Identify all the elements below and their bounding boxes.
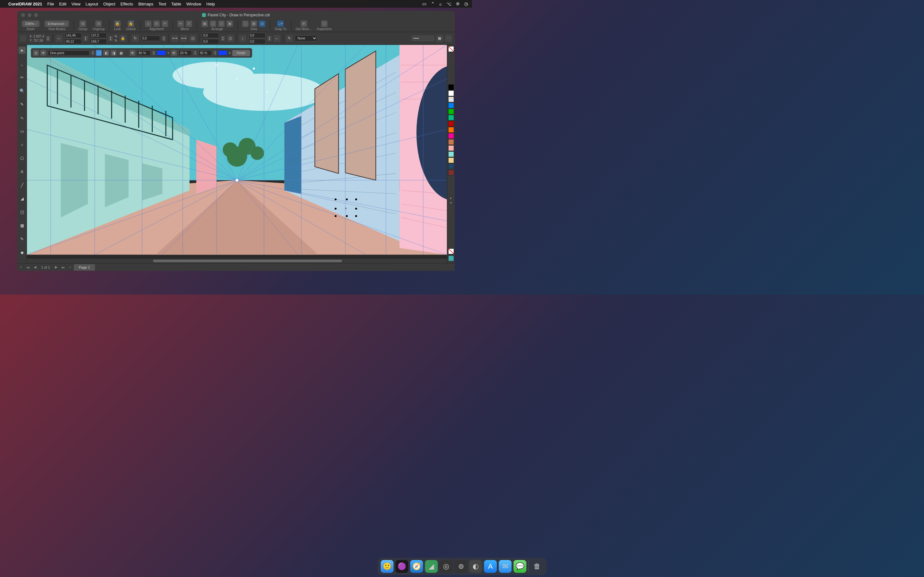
plane-front-icon[interactable]: ▢ [96,50,102,56]
flip-h-icon[interactable]: ⟷ [171,35,178,42]
swatch[interactable] [448,84,454,90]
align-left-icon[interactable]: ≡ [145,21,152,27]
rectangle-tool[interactable]: ▭ [19,127,26,135]
mirror-h-icon[interactable]: ⇔ [178,21,184,27]
skew-spinner[interactable]: ▴▾ [221,36,225,41]
add-page-after-button[interactable]: ＋ [67,265,74,269]
swatch[interactable] [448,103,454,108]
outline-indicator[interactable] [448,255,454,261]
polygon-tool[interactable]: ⬡ [19,155,26,161]
eyedropper-tool[interactable]: ✎ [19,235,26,242]
swatch[interactable] [448,97,454,102]
flip-v-icon[interactable]: ⟷ [180,35,187,42]
mirror-v-icon[interactable]: ⇕ [186,21,192,27]
ungroup-icon[interactable]: ⊟ [95,21,102,27]
add-page-button[interactable]: ＋ [17,265,24,269]
crop-tool[interactable]: ✂ [19,74,26,81]
plane-top-icon[interactable]: ◨ [111,50,116,56]
line-tool[interactable]: ╱ [19,181,26,189]
curve-tool[interactable]: ∿ [19,114,26,121]
swatch[interactable] [448,90,454,96]
menu-window[interactable]: Window [186,2,201,6]
palette-scroll-down-icon[interactable]: ▾ [450,201,452,205]
view-grid-icon[interactable]: ▦ [250,21,257,27]
dropshadow-tool[interactable]: ◢ [19,195,26,202]
plane-side-icon[interactable]: ◧ [103,50,109,56]
rot-spinner[interactable]: ▴▾ [162,36,166,41]
ellipse-tool[interactable]: ○ [19,141,26,148]
menu-layout[interactable]: Layout [86,2,98,6]
sp1-input[interactable] [248,33,266,38]
persp-grid-icon[interactable]: ▦ [118,50,124,56]
menu-view[interactable]: View [71,2,81,6]
menu-file[interactable]: File [47,2,54,6]
opacity1-spinner[interactable]: ▴▾ [152,51,155,55]
origin-grid-icon[interactable] [20,35,26,42]
drawing-canvas[interactable]: × ⊡ 👁 One-point ▴▾ ▢ ◧ ◨ ▦ 👁 ▴▾ [27,45,447,259]
wifi-icon[interactable]: ⌃ [431,1,435,6]
swatch[interactable] [448,127,454,133]
align-more-icon[interactable]: ▾ [162,21,168,27]
opacity2-input[interactable] [178,50,192,56]
scale-spinner[interactable]: ▴▾ [109,36,113,41]
page-tab-1[interactable]: Page 1 [74,264,95,271]
sp2-input[interactable] [248,39,266,44]
corner-icon[interactable]: ⌐ [273,35,280,42]
opacity3-input[interactable] [198,50,212,56]
swatch[interactable] [448,157,454,163]
menu-effects[interactable]: Effects [120,2,133,6]
swatch[interactable] [448,133,454,139]
persp-eye-icon[interactable]: 👁 [40,50,46,56]
swatch[interactable] [448,115,454,121]
unlock-icon[interactable]: 🔓 [128,21,134,27]
next-page-button[interactable]: ▶ [53,265,60,269]
align-center-icon[interactable]: ⊟ [153,21,160,27]
menu-help[interactable]: Help [206,2,215,6]
arrange-back-icon[interactable]: ▣ [226,21,233,27]
menu-text[interactable]: Text [158,2,166,6]
prev-page-button[interactable]: ◀ [31,265,39,269]
opacity1-eye-icon[interactable]: 👁 [129,50,136,56]
first-page-button[interactable]: ⏮ [24,266,31,269]
last-page-button[interactable]: ⏭ [60,266,67,269]
x-value[interactable]: 2.697,4 [33,35,44,38]
lock-ratio-icon[interactable]: 🔒 [120,35,126,42]
persp-type-spinner[interactable]: ▴▾ [91,51,94,55]
transparency-tool[interactable]: ◫ [19,208,26,215]
close-button[interactable] [21,13,25,17]
pick-tool[interactable]: ➤ [19,47,26,54]
menu-edit[interactable]: Edit [59,2,66,6]
viewmode-dropdown[interactable]: Enhanced ‹ [45,21,69,27]
inspectors-icon[interactable]: ⓘ [321,21,328,27]
getmore-icon[interactable]: ⊕ [300,21,307,27]
swatch[interactable] [448,121,454,127]
color1-swatch[interactable] [157,50,166,55]
app-name[interactable]: CorelDRAW 2021 [8,2,42,6]
menu-bitmaps[interactable]: Bitmaps [138,2,153,6]
outline-style[interactable]: ━━━ [412,35,434,41]
wh-spinner[interactable]: ▴▾ [84,36,87,41]
arrange-front-icon[interactable]: ▣ [202,21,208,27]
opacity2-spinner[interactable]: ▴▾ [194,51,197,55]
menu-table[interactable]: Table [171,2,181,6]
y-value[interactable]: 757,58 [33,39,43,42]
sp-spinner[interactable]: ▴▾ [268,36,271,41]
opacity1-input[interactable] [137,50,150,56]
zoom-tool[interactable]: 🔍 [19,87,26,94]
selection-handles[interactable]: × [334,198,357,217]
options-icon[interactable]: ⋯ [445,35,452,42]
lock-icon[interactable]: 🔒 [114,21,121,27]
pattern-tool[interactable]: ▦ [19,222,26,229]
skew2-input[interactable] [202,39,219,44]
color3-swatch[interactable] [218,50,227,55]
horizontal-scrollbar[interactable] [27,259,447,263]
battery-icon[interactable]: ▭ [422,1,426,6]
xy-spinner[interactable]: ▴▾ [46,36,50,41]
menu-object[interactable]: Object [103,2,115,6]
swatch[interactable] [448,169,454,175]
scalex-input[interactable] [89,33,107,38]
zoom-button[interactable] [34,13,38,17]
opacity3-spinner[interactable]: ▴▾ [213,51,216,55]
snapto-icon[interactable]: ⊔▾ [277,21,284,27]
spotlight-icon[interactable]: ⌕ [439,1,442,6]
